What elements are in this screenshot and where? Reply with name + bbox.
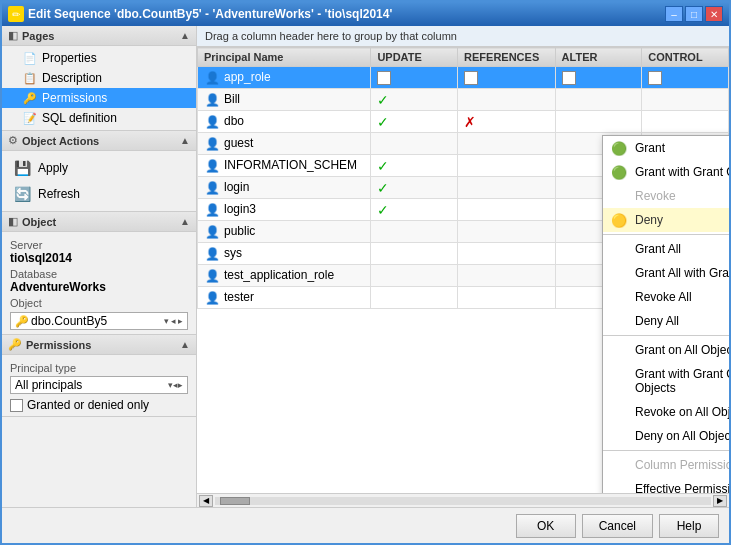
ctx-grant-all[interactable]: Grant All: [603, 237, 729, 261]
object-actions-header[interactable]: ⚙ Object Actions ▲: [2, 131, 196, 151]
cell-references[interactable]: [458, 265, 556, 287]
page-item-permissions[interactable]: 🔑 Permissions: [2, 88, 196, 108]
ctx-deny[interactable]: 🟡 Deny: [603, 208, 729, 232]
ctx-effective-permissions[interactable]: Effective Permissions...: [603, 477, 729, 493]
cell-principal: 👤login: [198, 177, 371, 199]
cell-update[interactable]: [371, 287, 458, 309]
cell-update[interactable]: [371, 265, 458, 287]
horizontal-scrollbar[interactable]: ◀ ▶: [197, 493, 729, 507]
cell-update[interactable]: [371, 133, 458, 155]
cell-principal: 👤Bill: [198, 89, 371, 111]
ctx-grant-all-option[interactable]: Grant All with Grant Option: [603, 261, 729, 285]
cell-principal: 👤login3: [198, 199, 371, 221]
cell-alter[interactable]: [555, 111, 642, 133]
col-header-control[interactable]: CONTROL: [642, 48, 729, 67]
cell-alter[interactable]: [555, 67, 642, 89]
pages-header-text: Pages: [22, 30, 54, 42]
cell-references[interactable]: [458, 221, 556, 243]
ctx-deny-all-objects[interactable]: Deny on All Objects: [603, 424, 729, 448]
page-item-description[interactable]: 📋 Description: [2, 68, 196, 88]
principal-type-next[interactable]: ▸: [178, 380, 183, 390]
col-header-alter[interactable]: ALTER: [555, 48, 642, 67]
cancel-button[interactable]: Cancel: [582, 514, 653, 538]
minimize-button[interactable]: –: [665, 6, 683, 22]
cell-references[interactable]: [458, 177, 556, 199]
ctx-revoke-all-objects[interactable]: Revoke on All Objects: [603, 400, 729, 424]
pages-header[interactable]: ◧ Pages ▲: [2, 26, 196, 46]
perms-header-text: Permissions: [26, 339, 91, 351]
scroll-right-btn[interactable]: ▶: [713, 495, 727, 507]
granted-only-row[interactable]: Granted or denied only: [10, 398, 188, 412]
object-selector-down[interactable]: ▾: [164, 316, 169, 326]
cell-references[interactable]: [458, 199, 556, 221]
ctx-grant-all-objects-option[interactable]: Grant with Grant Option on All Objects: [603, 362, 729, 400]
ctx-grant-all-objects[interactable]: Grant on All Objects: [603, 338, 729, 362]
object-section: ◧ Object ▲ Server tio\sql2014 Database A…: [2, 212, 196, 335]
scroll-left-btn[interactable]: ◀: [199, 495, 213, 507]
cell-references[interactable]: [458, 155, 556, 177]
row-icon: 👤: [204, 136, 220, 152]
col-header-update[interactable]: UPDATE: [371, 48, 458, 67]
object-selector[interactable]: 🔑 dbo.CountBy5 ▾ ◂ ▸: [10, 312, 188, 330]
cell-control[interactable]: [642, 67, 729, 89]
cell-references[interactable]: ✗: [458, 111, 556, 133]
page-label-properties: Properties: [42, 51, 97, 65]
cell-update[interactable]: ✓: [371, 199, 458, 221]
refresh-action[interactable]: 🔄 Refresh: [8, 181, 190, 207]
object-header[interactable]: ◧ Object ▲: [2, 212, 196, 232]
scroll-track[interactable]: [215, 497, 711, 505]
object-selector-prev[interactable]: ◂: [171, 316, 176, 326]
scroll-thumb[interactable]: [220, 497, 250, 505]
ctx-revoke-all[interactable]: Revoke All: [603, 285, 729, 309]
cell-update[interactable]: ✓: [371, 89, 458, 111]
close-button[interactable]: ✕: [705, 6, 723, 22]
cell-references[interactable]: [458, 287, 556, 309]
cell-references[interactable]: [458, 67, 556, 89]
object-collapse-icon: ▲: [180, 216, 190, 227]
object-info: Server tio\sql2014 Database AdventureWor…: [2, 232, 196, 334]
sql-icon: 📝: [22, 112, 38, 125]
page-item-properties[interactable]: 📄 Properties: [2, 48, 196, 68]
cell-control[interactable]: [642, 111, 729, 133]
permissions-icon: 🔑: [22, 92, 38, 105]
ok-button[interactable]: OK: [516, 514, 576, 538]
title-controls: – □ ✕: [665, 6, 723, 22]
ctx-revoke: Revoke: [603, 184, 729, 208]
cell-references[interactable]: [458, 89, 556, 111]
cell-control[interactable]: [642, 89, 729, 111]
left-panel: ◧ Pages ▲ 📄 Properties 📋 Description: [2, 26, 197, 507]
col-header-references[interactable]: REFERENCES: [458, 48, 556, 67]
pages-section: ◧ Pages ▲ 📄 Properties 📋 Description: [2, 26, 196, 131]
main-area: Drag a column header here to group by th…: [197, 26, 729, 507]
col-header-principal[interactable]: Principal Name: [198, 48, 371, 67]
help-button[interactable]: Help: [659, 514, 719, 538]
table-container[interactable]: Principal Name UPDATE REFERENCES ALTER C…: [197, 47, 729, 493]
cell-update[interactable]: ✓: [371, 155, 458, 177]
table-row[interactable]: 👤dbo ✓ ✗: [198, 111, 729, 133]
granted-only-checkbox[interactable]: [10, 399, 23, 412]
cell-update[interactable]: [371, 67, 458, 89]
object-selector-next[interactable]: ▸: [178, 316, 183, 326]
ctx-grant[interactable]: 🟢 Grant: [603, 136, 729, 160]
cell-update[interactable]: [371, 243, 458, 265]
row-icon: 👤: [204, 92, 220, 108]
cell-update[interactable]: [371, 221, 458, 243]
cell-references[interactable]: [458, 243, 556, 265]
maximize-button[interactable]: □: [685, 6, 703, 22]
cell-update[interactable]: ✓: [371, 177, 458, 199]
principal-type-dropdown[interactable]: All principals ▾ ◂ ▸: [10, 376, 188, 394]
table-row[interactable]: 👤Bill ✓: [198, 89, 729, 111]
object-selector-icon: 🔑: [15, 315, 29, 328]
cell-update[interactable]: ✓: [371, 111, 458, 133]
cell-alter[interactable]: [555, 89, 642, 111]
ctx-grant-with-option[interactable]: 🟢 Grant with Grant Option: [603, 160, 729, 184]
granted-only-label: Granted or denied only: [27, 398, 149, 412]
table-row[interactable]: 👤app_role: [198, 67, 729, 89]
cell-references[interactable]: [458, 133, 556, 155]
row-icon: 👤: [204, 246, 220, 262]
ctx-deny-all[interactable]: Deny All: [603, 309, 729, 333]
page-item-sql[interactable]: 📝 SQL definition: [2, 108, 196, 128]
page-label-permissions: Permissions: [42, 91, 107, 105]
apply-action[interactable]: 💾 Apply: [8, 155, 190, 181]
permissions-filter-header[interactable]: 🔑 Permissions ▲: [2, 335, 196, 355]
